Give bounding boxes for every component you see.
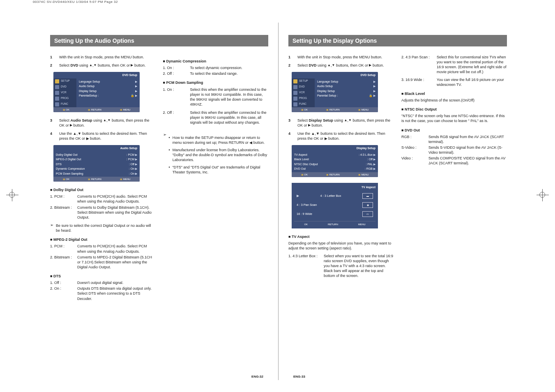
disc-icon xyxy=(55,85,59,89)
disc-icon xyxy=(293,85,297,89)
item-key: 1. 4:3 Letter Box : xyxy=(288,254,321,279)
note-bullet: How to make the SETUP menu disappear or … xyxy=(169,135,269,145)
osd-row: Language Setup▶ xyxy=(316,79,376,84)
item-value: To select the standard range. xyxy=(190,71,269,76)
prog-icon xyxy=(55,97,59,101)
osd-footer-btn: OK xyxy=(304,223,308,226)
arrow-icon: ▶ xyxy=(135,94,137,97)
osd-sidebar-item: DVD xyxy=(292,84,315,90)
note-arrow-icon: ➢ xyxy=(50,223,53,233)
tape-icon xyxy=(293,91,297,95)
arrow-icon: ▶ xyxy=(373,84,375,88)
gear-icon xyxy=(55,79,59,83)
osd-sidebar-item: PROG xyxy=(53,96,76,101)
note-bullet: Manufactured under license from Dolby La… xyxy=(169,148,269,162)
osd-sidebar-item: SETUP xyxy=(53,78,76,84)
osd-footer-btn: OK xyxy=(63,178,69,181)
osd-row: ParentalSetup :🔓 ▶ xyxy=(78,93,138,98)
item-key: 2. Off : xyxy=(163,110,188,125)
arrow-icon: ▶ xyxy=(135,89,137,93)
osd-sidebar-item: VCR xyxy=(53,90,76,96)
step-num: 1 xyxy=(288,55,293,60)
osd-sidebar-item: PROG xyxy=(292,96,315,101)
item-key: S-Video : xyxy=(401,145,426,155)
item-key: 1. On : xyxy=(163,87,188,107)
item-key: 2. Bitstream : xyxy=(50,205,75,220)
osd-title: TV Aspect xyxy=(294,185,375,189)
osd-footer-btn: MENU xyxy=(358,108,368,111)
osd-footer-btn: RETURN xyxy=(328,223,338,226)
section-title-right: Setting Up the Display Options xyxy=(288,35,507,46)
osd-screenshot-dvd-setup: DVD Setup SETUP DVD VCR PROG FUNC Langua… xyxy=(53,72,140,112)
osd-title: DVD Setup xyxy=(53,72,140,78)
step-num: 2 xyxy=(50,63,55,68)
item-key: 2. Off : xyxy=(163,71,188,76)
osd-footer-btn: MENU xyxy=(120,108,130,111)
page-number: ENG-33 xyxy=(293,375,305,378)
osd-footer-btn: MENU xyxy=(358,173,368,176)
item-value: Converts to MPEG-2 Digital Bitstream (5.… xyxy=(77,255,156,270)
registration-mark-right xyxy=(537,189,549,201)
item-key: 3. 16:9 Wide : xyxy=(401,77,434,87)
page-right: Setting Up the Display Options 1 With th… xyxy=(279,23,517,380)
arrow-icon: ▶ xyxy=(135,172,137,175)
arrow-icon: ▶ xyxy=(373,167,375,170)
item-value: Converts to PCM(2CH) audio. Select PCM w… xyxy=(77,194,156,204)
sub-heading: Black Level xyxy=(401,91,507,96)
prog-icon xyxy=(293,97,297,101)
osd-screenshot-audio-setup: Audio Setup Dolby Digital Out: PCM ▶ MPE… xyxy=(53,145,140,182)
osd-row: TV Aspect: 4:3 L-Box ▶ xyxy=(293,152,376,157)
item-value: Outputs DTS Bitstream via digital output… xyxy=(77,286,156,301)
osd-row: Parental Setup :🔓 ▶ xyxy=(316,93,376,98)
osd-footer-btn: RETURN xyxy=(88,108,101,111)
item-key: 1. PCM : xyxy=(50,194,75,204)
osd-row: Audio Setup▶ xyxy=(78,84,138,88)
osd-option: 4 : 3 Letter Box▬ xyxy=(294,191,375,201)
step-text: Use the ▲,▼ buttons to select the desire… xyxy=(59,131,156,141)
osd-option: 4 : 3 Pan Scan◉ xyxy=(294,201,375,210)
note-arrow-icon: ➢ xyxy=(163,133,166,175)
step-text: Select DVD using ▲,▼ buttons, then OK or… xyxy=(297,63,394,68)
osd-option: 16 : 9 Wide▭ xyxy=(294,210,375,219)
section-title-left: Setting Up the Audio Options xyxy=(50,35,268,46)
right-page-col-1: 1 With the unit in Stop mode, press the … xyxy=(288,55,394,279)
arrow-icon: ▶ xyxy=(373,94,375,97)
osd-row: Audio Setup▶ xyxy=(316,84,376,88)
item-value: Select this for conventional size TVs wh… xyxy=(437,55,507,75)
page-number: ENG-32 xyxy=(251,375,263,378)
osd-footer-btn: OK xyxy=(301,108,308,111)
item-value: Sends COMPOSITE VIDEO signal from the AV… xyxy=(428,156,507,166)
arrow-icon: ▶ xyxy=(373,80,375,83)
osd-sidebar-item: DVD xyxy=(53,84,76,90)
sub-heading: Dynamic Compression xyxy=(163,59,269,64)
lock-icon: 🔓 xyxy=(131,94,134,97)
item-value: Converts to Dolby Digital Bitstream (5.1… xyxy=(77,205,156,220)
page-left: Setting Up the Audio Options 1 With the … xyxy=(40,23,279,380)
osd-footer-btn: RETURN xyxy=(326,108,340,111)
arrow-icon: ▶ xyxy=(373,153,375,156)
note-text: Be sure to select the correct Digital Ou… xyxy=(56,223,156,233)
step-num: 3 xyxy=(288,118,293,128)
right-page-col-2: 2. 4:3 Pan Scan :Select this for convent… xyxy=(401,55,507,279)
sub-heading: NTSC Disc Output xyxy=(401,107,507,112)
item-value: Select when you want to see the total 16… xyxy=(324,254,394,279)
osd-footer-btn: OK xyxy=(301,173,308,176)
osd-screenshot-display-setup: Display Setup TV Aspect: 4:3 L-Box ▶ Bla… xyxy=(292,145,378,177)
panscan-icon: ◉ xyxy=(362,202,373,208)
item-key: Video : xyxy=(401,156,426,166)
print-header: 00374C SV-DVD440/XEU 1/30/04 5:07 PM Pag… xyxy=(33,0,118,4)
osd-row: PCM Down Sampling: On ▶ xyxy=(55,171,138,176)
osd-row: Language Setup▶ xyxy=(78,79,138,84)
wide-icon: ▭ xyxy=(362,211,373,217)
osd-sidebar-item: FUNC xyxy=(53,101,76,107)
osd-footer-btn: RETURN xyxy=(326,173,340,176)
sub-heading: DVD Out xyxy=(401,128,507,133)
osd-sidebar-item: VCR xyxy=(292,90,315,96)
left-page-col-2: Dynamic Compression 1. On :To select dyn… xyxy=(163,55,269,302)
osd-row: Display Setup▶ xyxy=(78,89,138,93)
item-value: Select this when the amplifier connected… xyxy=(190,87,269,107)
step-num: 1 xyxy=(50,55,55,60)
tape-icon xyxy=(55,91,59,95)
item-key: 1. On : xyxy=(163,65,188,70)
osd-row: MPEG-2 Digital Out: PCM ▶ xyxy=(55,157,138,161)
